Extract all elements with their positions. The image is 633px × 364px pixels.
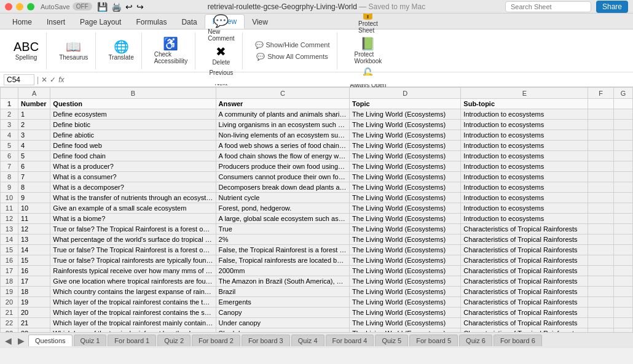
cell-c-8[interactable]: Consumers cannot produce their own food.…	[216, 172, 349, 182]
row-num-14[interactable]: 14	[1, 234, 18, 245]
cell-f-9[interactable]	[588, 182, 613, 193]
cell-c-18[interactable]: The Amazon in Brazil (South America), De…	[216, 276, 349, 287]
cell-f-18[interactable]	[588, 276, 613, 287]
cell-e-21[interactable]: Characteristics of Tropical Rainforests	[461, 308, 588, 318]
cell-g-2[interactable]	[613, 109, 632, 120]
cell-g-15[interactable]	[613, 245, 632, 255]
row-num-20[interactable]: 20	[1, 297, 18, 308]
cell-g1[interactable]	[613, 99, 632, 109]
search-input[interactable]	[505, 1, 591, 12]
col-header-a[interactable]: A	[18, 88, 50, 99]
row-num-2[interactable]: 2	[1, 109, 18, 120]
sheet-tab-forboard3[interactable]: For board 3	[242, 335, 290, 346]
cell-b-6[interactable]: Define food chain	[50, 151, 216, 161]
cell-b1[interactable]: Question	[50, 99, 216, 109]
cell-f-11[interactable]	[588, 203, 613, 214]
cell-c-5[interactable]: A food web shows a series of food chains…	[216, 141, 349, 151]
cell-g-21[interactable]	[613, 308, 632, 318]
sheet-tab-forboard1[interactable]: For board 1	[108, 335, 156, 346]
cell-e-10[interactable]: Introduction to ecosystems	[461, 193, 588, 203]
row-num-22[interactable]: 22	[1, 318, 18, 328]
share-button[interactable]: Share	[596, 1, 628, 13]
cell-a-5[interactable]: 4	[18, 141, 50, 151]
tab-page-layout[interactable]: Page Layout	[73, 15, 128, 29]
cell-e-15[interactable]: Characteristics of Tropical Rainforests	[461, 245, 588, 255]
cell-b-2[interactable]: Define ecosystem	[50, 109, 216, 120]
cell-g-17[interactable]	[613, 266, 632, 276]
cell-a-7[interactable]: 6	[18, 161, 50, 172]
cell-b-7[interactable]: What is a producer?	[50, 161, 216, 172]
cell-c-4[interactable]: Non-living elements of an ecosystem such…	[216, 130, 349, 141]
insert-function-button[interactable]: fx	[58, 76, 64, 84]
cell-a-16[interactable]: 15	[18, 255, 50, 266]
cell-a-20[interactable]: 19	[18, 297, 50, 308]
cell-d-19[interactable]: The Living World (Ecosystems)	[350, 287, 461, 297]
cell-f-12[interactable]	[588, 214, 613, 224]
cell-f-20[interactable]	[588, 297, 613, 308]
new-comment-button[interactable]: 💬 NewComment	[205, 14, 237, 43]
cell-g-8[interactable]	[613, 172, 632, 182]
cell-g-22[interactable]	[613, 318, 632, 328]
row-num-4[interactable]: 4	[1, 130, 18, 141]
cell-g-5[interactable]	[613, 141, 632, 151]
row-num-7[interactable]: 7	[1, 161, 18, 172]
cell-c-20[interactable]: Emergents	[216, 297, 349, 308]
cell-d1[interactable]: Topic	[350, 99, 461, 109]
row-num-16[interactable]: 16	[1, 255, 18, 266]
sheet-tab-forboard2[interactable]: For board 2	[192, 335, 240, 346]
cell-f-2[interactable]	[588, 109, 613, 120]
cell-c-2[interactable]: A community of plants and animals sharin…	[216, 109, 349, 120]
delete-comment-button[interactable]: ✖ Delete	[210, 44, 232, 67]
sheet-tab-quiz1[interactable]: Quiz 1	[74, 335, 107, 346]
sheet-tab-forboard4[interactable]: For board 4	[326, 335, 374, 346]
cell-c-9[interactable]: Decomposers break down dead plants and a…	[216, 182, 349, 193]
cell-f-16[interactable]	[588, 255, 613, 266]
cell-d-8[interactable]: The Living World (Ecosystems)	[350, 172, 461, 182]
cell-b-20[interactable]: Which layer of the tropical rainforest c…	[50, 297, 216, 308]
sheet-tab-questions[interactable]: Questions	[28, 335, 73, 346]
cell-a-14[interactable]: 13	[18, 234, 50, 245]
col-header-e[interactable]: E	[461, 88, 588, 99]
formula-input[interactable]	[66, 76, 629, 84]
cell-e-19[interactable]: Characteristics of Tropical Rainforests	[461, 287, 588, 297]
cell-a-15[interactable]: 14	[18, 245, 50, 255]
cell-d-21[interactable]: The Living World (Ecosystems)	[350, 308, 461, 318]
cell-a-22[interactable]: 21	[18, 318, 50, 328]
cell-d-15[interactable]: The Living World (Ecosystems)	[350, 245, 461, 255]
cell-g-3[interactable]	[613, 120, 632, 130]
tab-data[interactable]: Data	[174, 15, 204, 29]
cell-a1[interactable]: Number	[18, 99, 50, 109]
cell-d-5[interactable]: The Living World (Ecosystems)	[350, 141, 461, 151]
cell-f-14[interactable]	[588, 234, 613, 245]
grid-scroll-area[interactable]: A B C D E F G 1 Number Question Answer T…	[0, 87, 633, 332]
row-num-15[interactable]: 15	[1, 245, 18, 255]
sheet-tab-quiz4[interactable]: Quiz 4	[291, 335, 324, 346]
cell-a-13[interactable]: 12	[18, 224, 50, 234]
cell-a-4[interactable]: 3	[18, 130, 50, 141]
cell-d-22[interactable]: The Living World (Ecosystems)	[350, 318, 461, 328]
cell-e1[interactable]: Sub-topic	[461, 99, 588, 109]
cell-g-20[interactable]	[613, 297, 632, 308]
cell-g-10[interactable]	[613, 193, 632, 203]
cell-g-6[interactable]	[613, 151, 632, 161]
check-accessibility-button[interactable]: ♿ CheckAccessibility	[152, 36, 190, 66]
cell-b-16[interactable]: True or false? Tropical rainforests are …	[50, 255, 216, 266]
cell-c-14[interactable]: 2%	[216, 234, 349, 245]
cell-f-5[interactable]	[588, 141, 613, 151]
row-num-10[interactable]: 10	[1, 193, 18, 203]
cell-f-10[interactable]	[588, 193, 613, 203]
cell-b-22[interactable]: Which layer of the tropical rainforest m…	[50, 318, 216, 328]
sheet-tab-forboard6[interactable]: For board 6	[493, 335, 542, 346]
cell-a-12[interactable]: 11	[18, 214, 50, 224]
cell-d-4[interactable]: The Living World (Ecosystems)	[350, 130, 461, 141]
row-num-12[interactable]: 12	[1, 214, 18, 224]
cell-b-14[interactable]: What percentage of the world's surface d…	[50, 234, 216, 245]
cell-a-18[interactable]: 17	[18, 276, 50, 287]
cell-c-12[interactable]: A large, global scale ecosystem such as …	[216, 214, 349, 224]
cell-c-19[interactable]: Brazil	[216, 287, 349, 297]
cell-e-9[interactable]: Introduction to ecosystems	[461, 182, 588, 193]
col-header-f[interactable]: F	[588, 88, 613, 99]
tab-formulas[interactable]: Formulas	[128, 15, 174, 29]
cell-c-21[interactable]: Canopy	[216, 308, 349, 318]
cell-c-15[interactable]: False, the Tropical Rainforest is a fore…	[216, 245, 349, 255]
